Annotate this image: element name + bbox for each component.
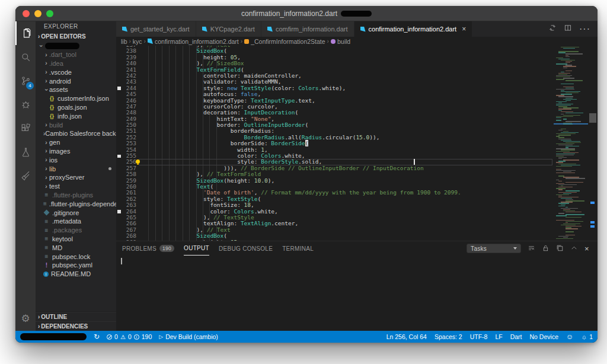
panel-tab-problems[interactable]: PROBLEMS190 bbox=[122, 241, 174, 256]
chevron-right-icon: › bbox=[43, 139, 49, 146]
open-log-icon[interactable] bbox=[556, 244, 564, 253]
sidebar-section-dependencies[interactable]: ›DEPENDENCIES bbox=[36, 321, 116, 331]
line-number[interactable]: 240 bbox=[121, 60, 136, 66]
breadcrumb-item[interactable]: confirmation_information2.dart bbox=[155, 38, 239, 45]
status-cursor-position[interactable]: Ln 256, Col 64 bbox=[386, 333, 427, 340]
tree-item-goals-json[interactable]: {}goals.json bbox=[36, 103, 116, 112]
tab-KYCpage2-dart[interactable]: KYCpage2.dart bbox=[196, 21, 261, 37]
tree-item--flutter-plugins[interactable]: ≡.flutter-plugins bbox=[36, 191, 116, 200]
activity-item-source-control[interactable]: 4 bbox=[15, 69, 36, 92]
chevron-right-icon: › bbox=[43, 69, 49, 75]
breadcrumb-item[interactable]: kyc bbox=[133, 38, 142, 45]
breadcrumb-item[interactable]: _ConfirmInformation2State bbox=[251, 38, 325, 45]
output-channel-select[interactable]: Tasks bbox=[467, 244, 521, 253]
tree-item-lib[interactable]: ›lib bbox=[36, 164, 116, 173]
breakpoint-marker[interactable] bbox=[117, 87, 121, 90]
tree-item--idea[interactable]: ›.idea bbox=[36, 59, 116, 68]
status-indentation[interactable]: Spaces: 2 bbox=[435, 333, 462, 340]
tree-item-test[interactable]: ›test bbox=[36, 182, 116, 191]
tree-item-label: .packages bbox=[52, 226, 82, 234]
tree-item--vscode[interactable]: ›.vscode bbox=[36, 68, 116, 76]
output-panel-content[interactable] bbox=[116, 256, 598, 331]
tree-item-ios[interactable]: ›ios bbox=[36, 155, 116, 164]
manage-gear-icon[interactable]: ⚙ bbox=[21, 312, 30, 325]
tree-item-readme-md[interactable]: iREADME.MD bbox=[36, 270, 116, 279]
panel-tab-debug-console[interactable]: DEBUG CONSOLE bbox=[219, 241, 273, 256]
breakpoint-marker[interactable] bbox=[117, 155, 121, 158]
tree-item-customerinfo-json[interactable]: {}customerInfo.json bbox=[36, 94, 116, 103]
toggle-changes-icon[interactable] bbox=[548, 24, 557, 34]
split-editor-icon[interactable] bbox=[564, 24, 572, 34]
tree-item-label: pubspec.yaml bbox=[52, 261, 92, 269]
tree-item-keytool[interactable]: ≡keytool bbox=[36, 235, 116, 244]
panel-actions: Tasks× bbox=[467, 244, 598, 253]
activity-item-extensions[interactable] bbox=[15, 116, 36, 140]
scrollbar-slider[interactable] bbox=[589, 113, 596, 123]
status-eol[interactable]: LF bbox=[495, 333, 502, 340]
tree-item-cambio-salesforce-backend[interactable]: ›Cambio Salesforce backend bbox=[36, 129, 116, 138]
tree-item-root[interactable]: › bbox=[36, 41, 116, 50]
tree-item-md[interactable]: ≡MD bbox=[36, 243, 116, 252]
window-title: confirmation_information2.dart bbox=[15, 9, 598, 18]
feedback-smiley-icon[interactable]: ☺ bbox=[566, 333, 573, 341]
tree-item-android[interactable]: ›android bbox=[36, 76, 116, 85]
code-line[interactable]: 269 height: 05, bbox=[116, 240, 554, 241]
tree-item-pubspec-lock[interactable]: ≡pubspec.lock bbox=[36, 252, 116, 261]
output-caret bbox=[121, 258, 122, 264]
sidebar-section-outline[interactable]: ›OUTLINE bbox=[36, 312, 116, 321]
tab-get_started_kyc-dart[interactable]: get_started_kyc.dart bbox=[116, 21, 196, 37]
tree-item-assets[interactable]: ›assets bbox=[36, 85, 116, 94]
diagnostics-status[interactable]: 0 ⚠ 0 i 190 bbox=[107, 333, 152, 340]
tree-item--packages[interactable]: ≡.packages bbox=[36, 226, 116, 235]
status-device-selector[interactable]: No Device bbox=[530, 333, 558, 340]
minimap-code-mark bbox=[566, 178, 585, 178]
tree-item-build[interactable]: ›build bbox=[36, 120, 116, 129]
tree-item--metadata[interactable]: ≡.metadata bbox=[36, 217, 116, 226]
breadcrumb-item[interactable]: build bbox=[337, 38, 350, 45]
open-editors-header[interactable]: › OPEN EDITORS bbox=[36, 32, 116, 41]
clear-output-icon[interactable] bbox=[528, 244, 535, 253]
tree-item-pubspec-yaml[interactable]: !pubspec.yaml bbox=[36, 261, 116, 270]
status-encoding[interactable]: UTF-8 bbox=[470, 333, 488, 340]
line-number[interactable]: 263 bbox=[121, 202, 136, 208]
activity-item-run-debug[interactable] bbox=[15, 92, 36, 116]
lock-scroll-icon[interactable] bbox=[542, 244, 550, 253]
close-icon[interactable]: × bbox=[462, 25, 466, 33]
maximize-panel-icon[interactable] bbox=[570, 244, 578, 253]
breadcrumb[interactable]: lib›kyc›confirmation_information2.dart›_… bbox=[116, 37, 598, 46]
code-editor[interactable]: 237 ), // Text238 SizedBox(239 height: 0… bbox=[116, 46, 554, 241]
status-language-mode[interactable]: Dart bbox=[510, 333, 522, 340]
tree-item-label: .flutter-plugins bbox=[52, 191, 93, 199]
tree-item--dart-tool[interactable]: ›.dart_tool bbox=[36, 50, 116, 59]
panel-tab-output[interactable]: OUTPUT bbox=[184, 241, 209, 256]
tab-confirmation_information2-dart[interactable]: confirmation_information2.dart× bbox=[354, 21, 473, 37]
activity-item-explorer[interactable] bbox=[15, 21, 36, 45]
overview-ruler[interactable] bbox=[588, 46, 598, 241]
line-number[interactable]: 269 bbox=[121, 240, 136, 241]
tab-comfirm_information-dart[interactable]: comfirm_information.dart bbox=[261, 21, 354, 37]
chevron-right-icon: › bbox=[43, 157, 49, 163]
tree-item-images[interactable]: ›images bbox=[36, 147, 116, 156]
lightbulb-icon[interactable] bbox=[136, 159, 140, 164]
close-panel-icon[interactable]: × bbox=[584, 244, 589, 253]
more-actions-icon[interactable]: ··· bbox=[579, 24, 590, 34]
breadcrumb-separator: › bbox=[129, 38, 131, 44]
panel-tab-terminal[interactable]: TERMINAL bbox=[282, 241, 314, 256]
tree-item-info-json[interactable]: {}info.json bbox=[36, 111, 116, 120]
sync-icon[interactable]: ↻ bbox=[94, 333, 100, 341]
activity-item-test[interactable] bbox=[15, 140, 36, 164]
activity-item-search[interactable] bbox=[15, 45, 36, 69]
dev-build-launcher[interactable]: ▷ Dev Build (cambio) bbox=[159, 333, 218, 340]
line-number[interactable]: 268 bbox=[121, 233, 136, 239]
minimap[interactable] bbox=[554, 46, 588, 241]
line-number[interactable]: 245 bbox=[121, 91, 136, 97]
notifications-bell[interactable]: 1 bbox=[581, 333, 593, 340]
activity-item-flutter[interactable] bbox=[15, 164, 36, 187]
warning-count: 0 bbox=[128, 333, 132, 340]
breakpoint-marker[interactable] bbox=[117, 210, 121, 213]
tree-item--flutter-plugins-dependencies[interactable]: ≡.flutter-plugins-dependencies bbox=[36, 199, 116, 208]
tree-item-gen[interactable]: ›gen bbox=[36, 138, 116, 147]
tree-item-proxyserver[interactable]: ›proxyServer bbox=[36, 173, 116, 182]
breadcrumb-item[interactable]: lib bbox=[121, 38, 127, 45]
tree-item--gitignore[interactable]: .gitignore bbox=[36, 208, 116, 217]
